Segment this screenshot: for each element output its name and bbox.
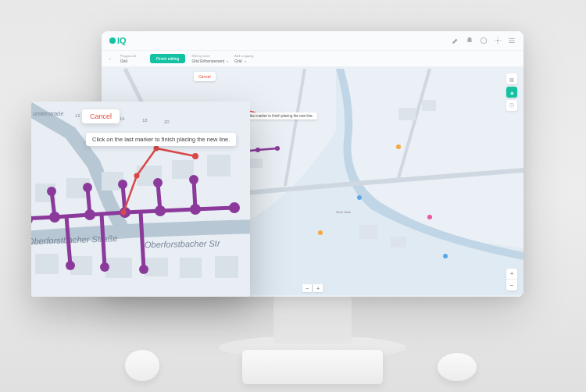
svg-point-84	[154, 146, 159, 151]
toolbar: ‹ Playground Grid Finish editing Editing…	[102, 51, 523, 67]
svg-point-79	[66, 261, 75, 270]
layers-button[interactable]: ▥	[506, 73, 517, 84]
svg-point-83	[134, 173, 140, 179]
history-plus-button[interactable]: +	[313, 284, 323, 292]
network-toggle-button[interactable]: ◈	[506, 87, 517, 98]
svg-rect-60	[215, 256, 238, 278]
svg-point-67	[31, 214, 33, 225]
inset-cancel-button[interactable]: Cancel	[82, 109, 120, 123]
map-side-controls: ▥ ◈ ⓘ	[506, 73, 517, 111]
svg-point-32	[275, 146, 280, 151]
svg-rect-9	[250, 159, 263, 168]
inset-tooltip: Click on the last marker to finish placi…	[86, 133, 236, 146]
svg-point-74	[47, 187, 56, 196]
zoom-controls: + −	[506, 269, 517, 290]
chevron-down-icon: ▾	[245, 59, 246, 63]
edit-icon[interactable]	[452, 37, 459, 45]
editing-mode-dropdown[interactable]: Grid Enhancement ▾	[191, 59, 228, 63]
snapping-value: Grid	[234, 59, 241, 63]
logo-icon	[109, 37, 116, 44]
snapping-label: Add snapping	[234, 54, 253, 58]
svg-rect-15	[422, 100, 436, 111]
breadcrumb-sub: Playground	[120, 54, 136, 58]
snapping-dropdown[interactable]: Grid ▾	[234, 59, 253, 63]
puck-device	[125, 350, 159, 381]
svg-text:18: 18	[142, 118, 148, 123]
center-controls: − +	[302, 284, 323, 292]
logo-text: IQ	[117, 36, 127, 45]
svg-point-82	[121, 210, 127, 216]
svg-rect-58	[145, 258, 168, 276]
keyboard	[242, 350, 383, 384]
svg-point-72	[190, 204, 201, 215]
svg-point-78	[189, 175, 198, 184]
svg-point-68	[49, 212, 60, 223]
editing-mode-label: Editing mode	[191, 54, 228, 58]
chevron-down-icon: ▾	[227, 59, 228, 63]
svg-point-81	[139, 265, 148, 274]
logo: IQ	[109, 36, 127, 45]
snapping-group: Add snapping Grid ▾	[234, 54, 253, 63]
editing-mode-value: Grid Enhancement	[191, 59, 224, 63]
chevron-left-icon: ‹	[109, 56, 111, 61]
svg-rect-16	[359, 225, 378, 239]
menu-icon[interactable]	[508, 37, 516, 45]
inset-panel: unsterstraße Oberforstbacher Straße Ober…	[31, 102, 250, 297]
mouse	[438, 353, 477, 381]
svg-rect-59	[180, 258, 202, 278]
zoom-out-button[interactable]: −	[506, 280, 517, 290]
svg-point-18	[396, 144, 401, 149]
bell-icon[interactable]	[466, 37, 473, 45]
editing-mode-group: Editing mode Grid Enhancement ▾	[191, 54, 228, 63]
svg-point-19	[357, 195, 362, 200]
svg-rect-55	[35, 254, 59, 274]
header-actions	[452, 37, 516, 45]
svg-rect-57	[105, 258, 132, 278]
svg-point-73	[229, 202, 240, 213]
cancel-button[interactable]: Cancel	[194, 72, 216, 81]
breadcrumb-main: Grid	[120, 59, 136, 63]
inset-map-svg: unsterstraße Oberforstbacher Straße Ober…	[31, 102, 250, 297]
svg-text:16: 16	[120, 116, 125, 121]
svg-point-1	[497, 40, 499, 42]
history-minus-button[interactable]: −	[302, 284, 312, 292]
svg-point-0	[481, 37, 487, 44]
svg-point-76	[118, 180, 127, 189]
svg-point-71	[155, 205, 166, 216]
app-header: IQ	[102, 31, 523, 51]
finish-editing-button[interactable]: Finish editing	[150, 54, 185, 63]
svg-point-20	[427, 215, 432, 219]
svg-point-22	[443, 254, 448, 258]
svg-rect-17	[391, 237, 406, 248]
svg-point-31	[255, 148, 260, 152]
monitor-stand	[273, 297, 352, 344]
info-button[interactable]: ⓘ	[506, 100, 517, 111]
svg-rect-54	[207, 155, 230, 176]
inset-map-canvas[interactable]: unsterstraße Oberforstbacher Straße Ober…	[31, 102, 250, 297]
svg-point-80	[100, 262, 109, 272]
zoom-in-button[interactable]: +	[506, 269, 517, 280]
svg-point-77	[153, 178, 163, 187]
svg-rect-14	[398, 108, 416, 120]
svg-point-21	[318, 230, 323, 235]
back-button[interactable]: ‹	[109, 56, 111, 61]
settings-icon[interactable]	[494, 37, 502, 45]
svg-point-85	[192, 153, 198, 159]
side-street-label: unsterstraße	[33, 111, 63, 116]
svg-point-75	[83, 183, 92, 192]
svg-text:Sankt Jakob: Sankt Jakob	[336, 211, 351, 214]
svg-text:12: 12	[75, 113, 80, 118]
main-street-label-2: Oberforstbacher Str	[145, 238, 221, 249]
svg-point-69	[84, 209, 95, 220]
svg-rect-53	[172, 160, 194, 179]
help-icon[interactable]	[480, 37, 488, 45]
svg-text:20: 20	[164, 119, 170, 124]
breadcrumb[interactable]: Playground Grid	[120, 54, 136, 63]
